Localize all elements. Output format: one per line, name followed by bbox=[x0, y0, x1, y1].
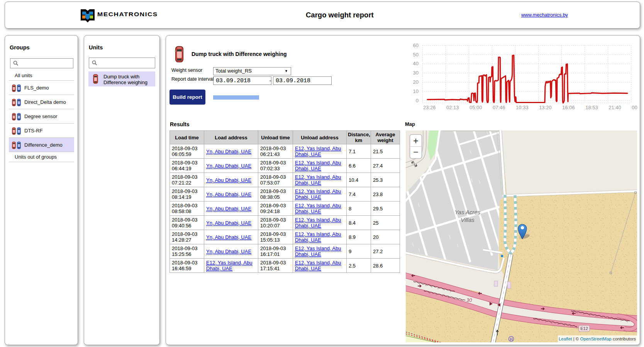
svg-text:10: 10 bbox=[413, 88, 419, 94]
svg-text:13:20: 13:20 bbox=[539, 105, 552, 110]
svg-text:Yas Acres: Yas Acres bbox=[455, 209, 481, 215]
svg-text:23:26: 23:26 bbox=[423, 105, 436, 110]
svg-text:00: 00 bbox=[632, 105, 637, 110]
svg-text:50: 50 bbox=[413, 52, 419, 58]
svg-text:16:06: 16:06 bbox=[562, 105, 575, 110]
svg-text:−: − bbox=[413, 147, 418, 157]
svg-text:+: + bbox=[413, 136, 418, 146]
svg-text:60: 60 bbox=[413, 42, 419, 48]
svg-text:05:00: 05:00 bbox=[469, 105, 482, 110]
svg-text:30: 30 bbox=[413, 70, 419, 76]
svg-text:18:53: 18:53 bbox=[585, 105, 598, 110]
svg-text:30: 30 bbox=[466, 297, 472, 303]
svg-text:21:40: 21:40 bbox=[608, 105, 621, 110]
svg-text:H: H bbox=[510, 337, 512, 342]
svg-text:10:33: 10:33 bbox=[516, 105, 529, 110]
svg-text:20: 20 bbox=[413, 79, 419, 85]
svg-text:0: 0 bbox=[416, 98, 419, 103]
svg-text:07:46: 07:46 bbox=[493, 105, 505, 110]
svg-text:Villas: Villas bbox=[461, 217, 475, 223]
svg-text:40: 40 bbox=[413, 61, 419, 66]
svg-text:E12: E12 bbox=[580, 326, 588, 331]
svg-text:Leaflet | © OpenStreetMap cont: Leaflet | © OpenStreetMap contributors bbox=[559, 337, 636, 341]
svg-text:02:13: 02:13 bbox=[446, 105, 459, 110]
